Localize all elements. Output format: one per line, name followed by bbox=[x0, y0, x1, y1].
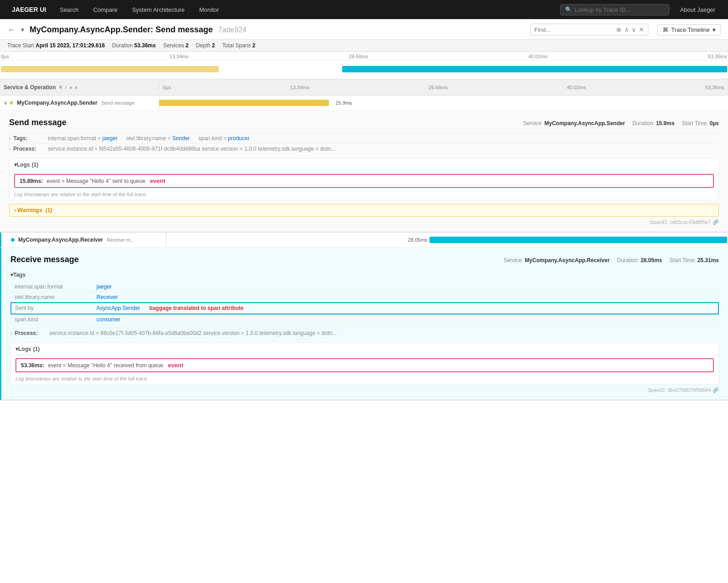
header-mark-4: 53.36ms bbox=[705, 85, 724, 90]
nav-system-architecture[interactable]: System Architecture bbox=[125, 0, 192, 19]
ruler-mark-0: 0µs bbox=[1, 54, 9, 59]
trace-view-select[interactable]: ⌘ Trace Timeline ▾ bbox=[657, 24, 721, 35]
timeline-mini: 0µs 13.34ms 26.68ms 40.02ms 53.36ms bbox=[0, 52, 728, 79]
nav-about[interactable]: About Jaeger bbox=[673, 0, 723, 19]
sender-logs-label: Logs bbox=[17, 162, 30, 168]
nav-brand[interactable]: JAEGER UI bbox=[5, 0, 52, 19]
sender-detail-meta: Service: MyCompany.AsyncApp.Sender Durat… bbox=[523, 120, 719, 127]
sender-operation-name: Send message bbox=[101, 100, 134, 106]
sender-detail-title: Send message bbox=[9, 118, 66, 127]
receiver-detail-header: Receive message Service: MyCompany.Async… bbox=[10, 255, 719, 264]
sender-log-entry-0: 15.89ms: event = Message "Hello 4" sent … bbox=[14, 174, 714, 188]
sender-span-id-link-icon[interactable]: 🔗 bbox=[713, 219, 719, 225]
receiver-logs-count: (1) bbox=[33, 346, 40, 352]
trace-services: Services 2 bbox=[163, 42, 188, 49]
receiver-tag-val-1: Receiver bbox=[93, 292, 718, 303]
sender-dot bbox=[10, 101, 13, 105]
trace-find-box[interactable]: ⊕ ∧ ∨ ✕ bbox=[530, 24, 648, 35]
sender-process-row[interactable]: › Process: service.instance.id = fd542a5… bbox=[9, 143, 719, 154]
find-clear-icon[interactable]: ✕ bbox=[639, 26, 644, 33]
receiver-tag-row-0: internal.span.format jaeger bbox=[11, 282, 718, 292]
sender-warnings-header[interactable]: › Warnings (1) bbox=[14, 207, 714, 213]
spans-header: Service & Operation ∨ › » » 0µs 13.34ms … bbox=[0, 79, 728, 96]
sender-start-label: Start Time: 0µs bbox=[682, 120, 719, 127]
receiver-service-name: MyCompany.AsyncApp.Receiver bbox=[18, 237, 103, 243]
sender-tag-1: otel.library.name = Sender bbox=[126, 135, 190, 142]
ruler-mark-4: 53.36ms bbox=[708, 54, 727, 59]
sender-span-id-label: SpanID: bbox=[650, 219, 668, 225]
find-pin-icon[interactable]: ⊕ bbox=[616, 26, 622, 33]
trace-header: ← ▾ MyCompany.AsyncApp.Sender: Send mess… bbox=[0, 19, 728, 40]
receiver-left-accent bbox=[0, 233, 1, 247]
sender-tag-sep-1 bbox=[192, 135, 196, 142]
receiver-span-id-label: SpanID: bbox=[647, 387, 666, 393]
sender-span-row: ∨ MyCompany.AsyncApp.Sender Send message… bbox=[0, 96, 728, 111]
trace-find-input[interactable] bbox=[534, 26, 614, 33]
header-mark-2: 26.68ms bbox=[429, 85, 448, 90]
receiver-tag-row-1: otel.library.name Receiver bbox=[11, 292, 718, 303]
sender-tag-2: span.kind = producer bbox=[198, 135, 249, 142]
receiver-process-chevron[interactable]: › bbox=[10, 331, 12, 336]
sender-tag-0: internal.span.format = jaeger bbox=[48, 135, 117, 142]
header-mark-0: 0µs bbox=[163, 85, 171, 90]
receiver-process-row[interactable]: › Process: service.instance.id = 66c0e17… bbox=[10, 328, 719, 338]
sender-logs-header[interactable]: ▾ Logs (1) bbox=[10, 159, 718, 171]
sender-tags-chevron[interactable]: › bbox=[9, 136, 10, 141]
receiver-tags-header[interactable]: ▾ Tags bbox=[10, 270, 719, 280]
header-mark-1: 13.34ms bbox=[290, 85, 309, 90]
receiver-start-label: Start Time: 25.31ms bbox=[669, 257, 719, 264]
sender-collapse-icon[interactable]: ∨ bbox=[4, 100, 8, 106]
receiver-tags-table: internal.span.format jaeger otel.library… bbox=[10, 282, 719, 325]
nav-monitor[interactable]: Monitor bbox=[192, 0, 226, 19]
trace-lookup-box[interactable]: 🔍 bbox=[560, 4, 669, 15]
sender-span-id-value: cd83cac43df8f5e7 bbox=[670, 219, 711, 225]
receiver-span-left[interactable]: MyCompany.AsyncApp.Receiver Receive m... bbox=[7, 233, 167, 247]
receiver-logs-section: ▾ Logs (1) 53.36ms: event = Message "Hel… bbox=[10, 343, 719, 385]
nav-compare[interactable]: Compare bbox=[86, 0, 125, 19]
trace-start-label: Trace Start April 15 2023, 17:01:29.616 bbox=[7, 42, 105, 49]
nav-search[interactable]: Search bbox=[52, 0, 86, 19]
spans-header-label: Service & Operation bbox=[4, 84, 56, 91]
sender-tags-label: Tags: bbox=[13, 135, 45, 142]
find-next-icon[interactable]: ∨ bbox=[632, 26, 636, 33]
receiver-dur-label: Duration: 28.05ms bbox=[617, 257, 662, 264]
main-content: Service & Operation ∨ › » » 0µs 13.34ms … bbox=[0, 79, 728, 400]
ruler-mark-3: 40.02ms bbox=[528, 54, 547, 59]
header-mark-3: 40.02ms bbox=[567, 85, 586, 90]
sort-right2-icon[interactable]: » bbox=[75, 85, 78, 90]
sort-down2-icon[interactable]: » bbox=[69, 85, 72, 90]
sender-process-chevron[interactable]: › bbox=[9, 147, 10, 152]
sort-down-icon[interactable]: ∨ bbox=[59, 84, 62, 90]
trace-duration: Duration 53.36ms bbox=[112, 42, 156, 49]
sender-span-right[interactable]: 15.9ms bbox=[159, 96, 728, 110]
receiver-logs-label: Logs bbox=[18, 346, 31, 352]
sender-log-badge: event bbox=[150, 177, 165, 184]
receiver-span-right[interactable]: 28.05ms bbox=[167, 233, 728, 247]
receiver-tags-section: ▾ Tags internal.span.format jaeger otel.… bbox=[10, 270, 719, 325]
receiver-tag-key-1: otel.library.name bbox=[11, 292, 93, 303]
receiver-logs-header[interactable]: ▾ Logs (1) bbox=[11, 343, 718, 355]
back-button[interactable]: ← bbox=[7, 25, 15, 35]
receiver-tag-key-0: internal.span.format bbox=[11, 282, 93, 292]
sender-service-name: MyCompany.AsyncApp.Sender bbox=[17, 100, 97, 106]
sender-logs-section: ▾ Logs (1) 15.89ms: event = Message "Hel… bbox=[9, 158, 719, 200]
sender-warnings-section: › Warnings (1) bbox=[9, 204, 719, 217]
receiver-span-bar bbox=[430, 237, 727, 243]
sender-dur-label: Duration: 15.9ms bbox=[632, 120, 675, 127]
receiver-tag-key-3: span.kind bbox=[11, 314, 93, 325]
sender-tags-row[interactable]: › Tags: internal.span.format = jaeger ot… bbox=[9, 133, 719, 143]
receiver-log-badge: event bbox=[168, 362, 183, 369]
receiver-span-id-link-icon[interactable]: 🔗 bbox=[713, 387, 719, 393]
find-prev-icon[interactable]: ∧ bbox=[624, 26, 629, 33]
sender-log-kv: event = Message "Hello 4" sent to queue bbox=[46, 178, 145, 184]
sender-span-left[interactable]: ∨ MyCompany.AsyncApp.Sender Send message bbox=[0, 96, 159, 110]
view-mode-chevron: ▾ bbox=[713, 26, 716, 33]
collapse-trace-icon[interactable]: ▾ bbox=[21, 26, 24, 33]
sort-right-icon[interactable]: › bbox=[65, 85, 67, 90]
receiver-detail-title: Receive message bbox=[10, 255, 79, 264]
receiver-dot bbox=[11, 238, 15, 242]
receiver-span-detail: Receive message Service: MyCompany.Async… bbox=[0, 248, 728, 400]
receiver-span-id-row: SpanID: 3b43788570f58644 🔗 bbox=[10, 385, 719, 394]
trace-lookup-input[interactable] bbox=[575, 6, 664, 13]
sender-log-timestamp: 15.89ms: bbox=[20, 178, 43, 184]
